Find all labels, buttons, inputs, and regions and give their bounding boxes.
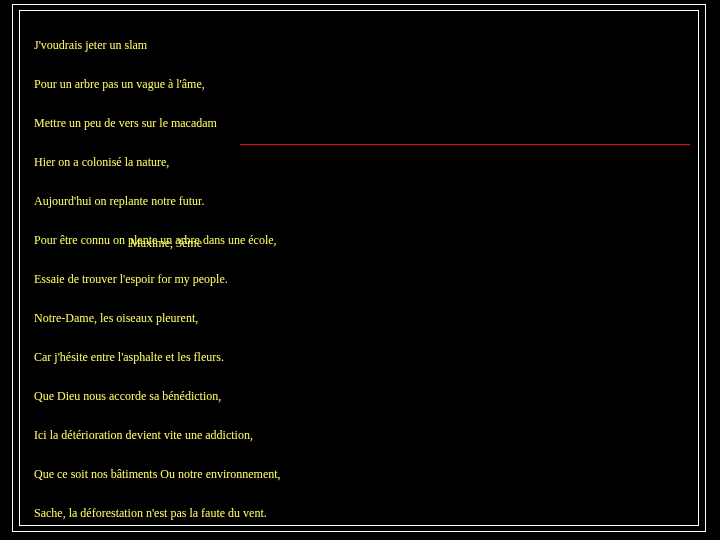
poem-line: Ici la détérioration devient vite une ad…	[34, 429, 688, 442]
outer-frame: J'voudrais jeter un slam Pour un arbre p…	[12, 4, 706, 532]
horizontal-rule	[240, 144, 690, 145]
poem-line: Que ce soit nos bâtiments Ou notre envir…	[34, 468, 688, 481]
inner-frame: J'voudrais jeter un slam Pour un arbre p…	[19, 10, 699, 526]
poem-line: J'voudrais jeter un slam	[34, 39, 688, 52]
poem-line: Que Dieu nous accorde sa bénédiction,	[34, 390, 688, 403]
poem-line: Notre-Dame, les oiseaux pleurent,	[34, 312, 688, 325]
poem-line: Pour un arbre pas un vague à l'âme,	[34, 78, 688, 91]
poem-line: Sache, la déforestation n'est pas la fau…	[34, 507, 688, 520]
poem-line: Aujourd'hui on replante notre futur.	[34, 195, 688, 208]
poem-line: Mettre un peu de vers sur le macadam	[34, 117, 688, 130]
poem-line: Hier on a colonisé la nature,	[34, 156, 688, 169]
poem-block: J'voudrais jeter un slam Pour un arbre p…	[34, 13, 688, 540]
poem-line: Essaie de trouver l'espoir for my people…	[34, 273, 688, 286]
poem-byline: Maxime, 3ème	[130, 236, 202, 251]
poem-line: Car j'hésite entre l'asphalte et les fle…	[34, 351, 688, 364]
